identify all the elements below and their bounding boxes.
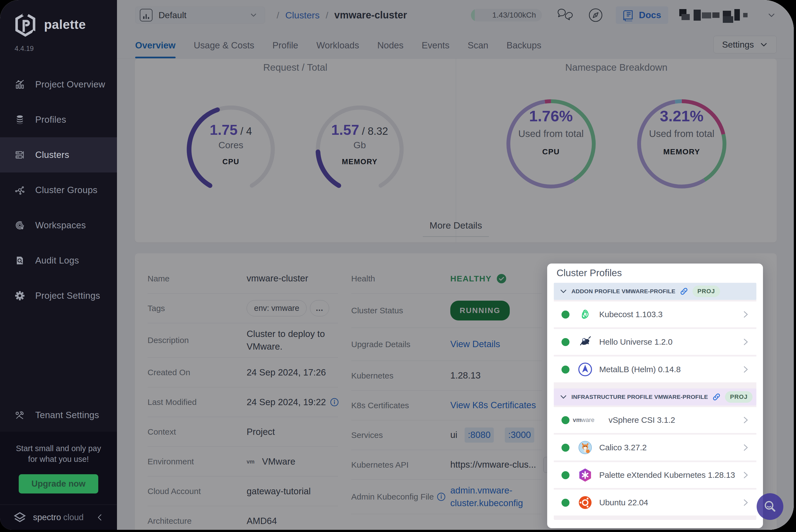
profile-layer-vsphere-csi[interactable]: vm ware vSphere CSI 3.1.2 [554, 407, 756, 433]
profile-layer-hello-universe[interactable]: Hello Universe 1.2.0 [554, 329, 756, 355]
chevron-right-icon [741, 365, 750, 374]
project-overview-icon [14, 79, 25, 90]
proj-badge: PROJ [692, 286, 720, 297]
chevron-right-icon [741, 338, 750, 346]
status-dot [561, 365, 570, 374]
status-dot [561, 471, 570, 479]
search-fab[interactable] [757, 493, 783, 520]
sidebar-item-audit-logs[interactable]: Audit Logs [0, 243, 117, 278]
chevron-down-icon [559, 287, 568, 296]
profile-layer-kubecost[interactable]: Kubecost 1.103.3 [554, 302, 756, 327]
status-dot [561, 499, 570, 507]
cluster-profiles-panel: Cluster Profiles ADDON PROFILE VMWARE-PR… [547, 264, 763, 528]
brand-name: palette [44, 17, 86, 32]
infrastructure-profile-header[interactable]: INFRASTRUCTURE PROFILE VMWARE-PROFILE PR… [554, 388, 756, 405]
cluster-groups-icon [14, 185, 25, 195]
workspaces-icon [14, 220, 25, 231]
tenant-settings-icon [14, 410, 25, 421]
sidebar-collapse-button[interactable] [94, 511, 106, 524]
palette-logo-icon [14, 12, 37, 37]
audit-logs-icon [14, 255, 25, 266]
kubecost-icon [578, 307, 593, 322]
sidebar: palette 4.4.19 Project Overview [0, 0, 117, 530]
sidebar-item-workspaces[interactable]: Workspaces [0, 208, 117, 243]
infrastructure-profile-title: INFRASTRUCTURE PROFILE VMWARE-PROFILE [571, 394, 708, 400]
spectro-cloud-brand: spectrocloud [13, 510, 87, 525]
sidebar-item-project-settings[interactable]: Project Settings [0, 278, 117, 313]
sidebar-item-label: Cluster Groups [35, 185, 97, 195]
metallb-icon [578, 362, 593, 377]
status-dot [561, 416, 570, 424]
brand: palette [0, 0, 117, 37]
link-icon [679, 287, 689, 296]
hello-universe-icon [578, 335, 593, 349]
status-dot [561, 310, 570, 319]
sidebar-item-label: Profiles [35, 114, 66, 125]
profile-layer-calico[interactable]: Calico 3.27.2 [554, 435, 756, 460]
cluster-profiles-title: Cluster Profiles [554, 266, 756, 283]
svg-text:ware: ware [581, 416, 594, 423]
sidebar-footer: spectrocloud [0, 505, 117, 530]
upgrade-promo: Start small and only pay for what you us… [0, 432, 117, 505]
proj-badge: PROJ [725, 391, 753, 403]
svg-text:vm: vm [573, 416, 581, 423]
spectro-cloud-logo-icon [13, 510, 27, 525]
search-icon [763, 499, 777, 514]
profiles-icon [14, 114, 25, 125]
chevron-right-icon [741, 310, 750, 319]
sidebar-item-label: Audit Logs [35, 255, 79, 266]
sidebar-spacer [0, 313, 117, 399]
addon-profile-title: ADDON PROFILE VMWARE-PROFILE [571, 288, 675, 294]
profile-layer-metallb[interactable]: MetalLB (Helm) 0.14.8 [554, 357, 756, 382]
sidebar-item-tenant-settings[interactable]: Tenant Settings [0, 399, 117, 432]
project-settings-icon [14, 290, 25, 301]
sidebar-item-label: Project Settings [35, 290, 100, 301]
chevron-right-icon [741, 471, 750, 479]
sidebar-item-clusters[interactable]: Clusters [0, 137, 117, 172]
addon-profile-header[interactable]: ADDON PROFILE VMWARE-PROFILE PROJ [554, 283, 756, 300]
ubuntu-icon [578, 495, 593, 510]
sidebar-item-label: Workspaces [35, 220, 86, 230]
chevron-right-icon [741, 443, 750, 452]
cluster-profiles-body: ADDON PROFILE VMWARE-PROFILE PROJ [554, 283, 756, 520]
clusters-icon [14, 149, 25, 160]
app-window: palette 4.4.19 Project Overview [0, 0, 794, 530]
link-icon [712, 392, 721, 402]
chevron-right-icon [741, 498, 750, 507]
sidebar-item-project-overview[interactable]: Project Overview [0, 67, 117, 102]
sidebar-nav: Project Overview Profiles [0, 67, 117, 313]
sidebar-item-label: Clusters [35, 150, 69, 160]
profile-layer-ubuntu[interactable]: Ubuntu 22.04 [554, 490, 756, 515]
sidebar-item-cluster-groups[interactable]: Cluster Groups [0, 172, 117, 208]
calico-icon [578, 440, 593, 455]
status-dot [561, 444, 570, 452]
pxk-icon [578, 468, 593, 482]
sidebar-item-label: Tenant Settings [35, 410, 99, 420]
upgrade-now-button[interactable]: Upgrade now [19, 474, 98, 493]
main-area: Default / Clusters / vmware-cluster 1.43… [117, 0, 794, 530]
sidebar-item-label: Project Overview [35, 79, 105, 90]
chevron-right-icon [741, 416, 750, 424]
chevron-down-icon [559, 393, 568, 401]
promo-text: Start small and only pay for what you us… [8, 443, 109, 464]
spectro-cloud-name: spectrocloud [33, 512, 84, 522]
status-dot [561, 338, 570, 346]
vmware-icon: vm ware [573, 413, 603, 428]
app-version: 4.4.19 [0, 37, 117, 53]
sidebar-item-profiles[interactable]: Profiles [0, 102, 117, 137]
profile-layer-palette-extended-kubernetes[interactable]: Palette eXtended Kubernetes 1.28.13 [554, 462, 756, 488]
